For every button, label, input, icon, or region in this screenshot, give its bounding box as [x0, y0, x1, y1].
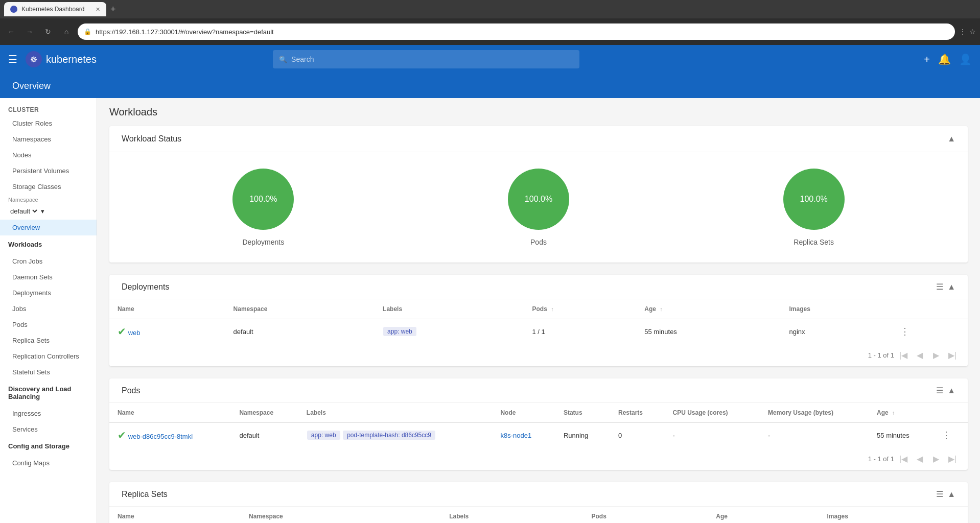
sidebar-section-config[interactable]: Config and Storage	[0, 437, 97, 455]
sidebar-item-label: Storage Classes	[12, 183, 61, 191]
workloads-section-title: Workloads	[109, 106, 968, 118]
bookmark-icon[interactable]: ☆	[969, 28, 976, 36]
row-menu-icon[interactable]: ⋮	[942, 430, 951, 440]
pods-actions: ☰ ▲	[936, 386, 955, 395]
sort-icon[interactable]: ↑	[551, 306, 554, 312]
sidebar-section-workloads[interactable]: Workloads	[0, 235, 97, 253]
sidebar-item-cluster-roles[interactable]: Cluster Roles	[0, 115, 97, 131]
pod-name-link[interactable]: web-d86c95cc9-8tmkl	[128, 433, 193, 440]
sidebar-item-cron-jobs[interactable]: Cron Jobs	[0, 253, 97, 269]
filter-icon[interactable]: ☰	[936, 282, 943, 292]
next-page-button[interactable]: ▶	[929, 451, 943, 466]
replica-sets-section-header: Replica Sets ☰ ▲	[109, 482, 968, 507]
cluster-section-title: Cluster	[0, 98, 97, 115]
sidebar-item-label: Ingresses	[12, 410, 41, 417]
node-link[interactable]: k8s-node1	[500, 432, 531, 439]
browser-action-buttons: ⋮ ☆	[959, 28, 976, 36]
user-avatar-icon[interactable]: 👤	[959, 53, 972, 65]
row-menu-icon[interactable]: ⋮	[900, 326, 909, 337]
sidebar-section-discovery[interactable]: Discovery and Load Balancing	[0, 380, 97, 406]
sidebar-item-storage-classes[interactable]: Storage Classes	[0, 179, 97, 195]
sidebar-item-overview[interactable]: Overview	[0, 220, 97, 235]
namespace-label: Namespace	[0, 195, 97, 203]
sort-icon[interactable]: ↑	[892, 410, 895, 416]
sidebar-item-jobs[interactable]: Jobs	[0, 301, 97, 317]
menu-hamburger-icon[interactable]: ☰	[8, 53, 17, 65]
last-page-button[interactable]: ▶|	[945, 348, 960, 362]
k8s-logo: ☸ kubernetes	[26, 51, 97, 67]
sort-icon[interactable]: ↑	[660, 306, 663, 312]
back-button[interactable]: ←	[4, 25, 18, 39]
deployments-section: Deployments ☰ ▲ Name Namespace Labels Po…	[109, 275, 968, 366]
tab-close-button[interactable]: ✕	[96, 6, 100, 13]
sidebar-item-persistent-volumes[interactable]: Persistent Volumes	[0, 163, 97, 179]
sidebar-item-daemon-sets[interactable]: Daemon Sets	[0, 269, 97, 285]
deployment-pods-cell: 1 / 1	[524, 319, 636, 344]
last-page-button[interactable]: ▶|	[945, 451, 960, 466]
pods-title: Pods	[122, 386, 140, 395]
sidebar-item-nodes[interactable]: Nodes	[0, 147, 97, 163]
sidebar-item-pods[interactable]: Pods	[0, 317, 97, 332]
reload-button[interactable]: ↻	[41, 25, 55, 39]
deployments-percent: 100.0%	[249, 195, 277, 204]
sidebar-item-deployments[interactable]: Deployments	[0, 285, 97, 301]
extensions-icon[interactable]: ⋮	[959, 28, 966, 36]
deployment-namespace-cell: default	[225, 319, 375, 344]
pod-namespace-cell: default	[231, 423, 298, 448]
sidebar-item-label: Overview	[12, 224, 40, 231]
browser-tab-active[interactable]: Kubernetes Dashboard ✕	[4, 2, 106, 16]
sidebar-item-config-maps[interactable]: Config Maps	[0, 455, 97, 471]
sidebar-item-label: Replication Controllers	[12, 352, 79, 360]
namespace-dropdown[interactable]: default	[8, 207, 39, 216]
deployment-age-cell: 55 minutes	[636, 319, 781, 344]
filter-icon[interactable]: ☰	[936, 386, 943, 395]
address-bar[interactable]: 🔒 https://192.168.1.127:30001/#/overview…	[78, 23, 955, 40]
notifications-icon[interactable]: 🔔	[938, 53, 951, 65]
sidebar-item-label: Nodes	[12, 151, 32, 159]
prev-page-button[interactable]: ◀	[913, 451, 927, 466]
forward-button[interactable]: →	[22, 25, 37, 39]
prev-page-button[interactable]: ◀	[913, 348, 927, 362]
sidebar-item-replica-sets[interactable]: Replica Sets	[0, 332, 97, 348]
logo-icon: ☸	[26, 51, 42, 67]
sidebar-item-namespaces[interactable]: Namespaces	[0, 131, 97, 147]
tab-title: Kubernetes Dashboard	[21, 6, 84, 13]
sidebar-item-ingresses[interactable]: Ingresses	[0, 406, 97, 421]
first-page-button[interactable]: |◀	[896, 451, 911, 466]
sidebar-item-label: Persistent Volumes	[12, 167, 69, 175]
next-page-button[interactable]: ▶	[929, 348, 943, 362]
sidebar-item-label: Stateful Sets	[12, 368, 50, 376]
th-labels: Labels	[298, 403, 493, 423]
collapse-icon[interactable]: ▲	[947, 386, 955, 395]
pod-restarts-cell: 0	[610, 423, 665, 448]
table-row: ✔ web-d86c95cc9-8tmkl default app: web p…	[109, 423, 968, 448]
filter-icon[interactable]: ☰	[936, 489, 943, 499]
deployments-label: Deployments	[242, 238, 284, 246]
search-bar[interactable]: 🔍	[273, 50, 579, 68]
collapse-icon[interactable]: ▲	[947, 134, 955, 144]
sidebar-item-replication-controllers[interactable]: Replication Controllers	[0, 348, 97, 364]
browser-nav-bar: ← → ↻ ⌂ 🔒 https://192.168.1.127:30001/#/…	[0, 18, 980, 45]
label-tag: pod-template-hash: d86c95cc9	[343, 431, 435, 440]
new-tab-button[interactable]: +	[108, 2, 118, 17]
sidebar-item-label: Replica Sets	[12, 337, 50, 344]
th-memory: Memory Usage (bytes)	[760, 403, 869, 423]
collapse-icon[interactable]: ▲	[947, 282, 955, 292]
namespace-selector[interactable]: default ▾	[0, 203, 97, 220]
deployments-section-header: Deployments ☰ ▲	[109, 275, 968, 299]
deployment-name-link[interactable]: web	[128, 329, 141, 337]
pods-percent: 100.0%	[525, 195, 552, 204]
th-cpu: CPU Usage (cores)	[665, 403, 760, 423]
sidebar-workloads-label: Workloads	[8, 241, 42, 248]
pod-memory-cell: -	[760, 423, 869, 448]
sidebar-item-stateful-sets[interactable]: Stateful Sets	[0, 364, 97, 380]
deployment-labels-cell: app: web	[375, 319, 524, 344]
first-page-button[interactable]: |◀	[896, 348, 911, 362]
search-input[interactable]	[291, 55, 573, 63]
add-resource-button[interactable]: +	[924, 54, 930, 65]
th-images: Images	[819, 507, 968, 523]
page-header-strip: Overview	[0, 74, 980, 98]
collapse-icon[interactable]: ▲	[947, 490, 955, 499]
home-button[interactable]: ⌂	[59, 25, 74, 39]
sidebar-item-services[interactable]: Services	[0, 421, 97, 437]
